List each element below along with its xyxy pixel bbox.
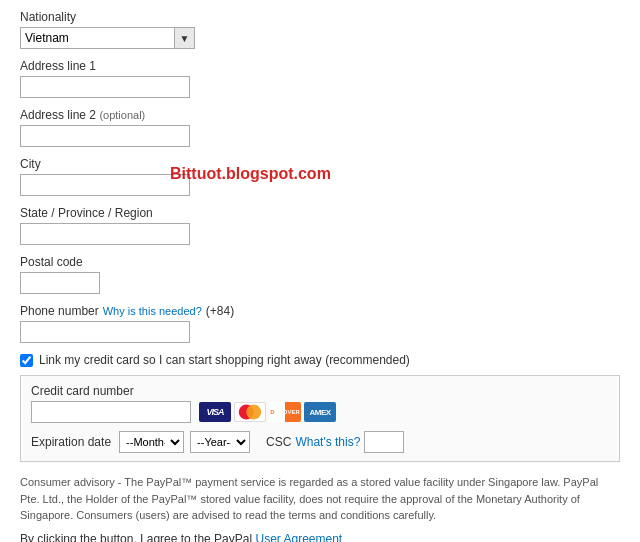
address2-group: Address line 2 (optional) — [20, 108, 620, 147]
address2-input[interactable] — [20, 125, 190, 147]
expiry-month-select[interactable]: --Month-- — [119, 431, 184, 453]
nationality-select-wrap: Vietnam ▼ — [20, 27, 620, 49]
card-icons: VISA D SCOVER AMEX — [199, 402, 336, 422]
address1-input[interactable] — [20, 76, 190, 98]
postal-group: Postal code — [20, 255, 620, 294]
address2-optional: (optional) — [99, 109, 145, 121]
csc-label: CSC — [266, 435, 291, 449]
visa-icon: VISA — [199, 402, 231, 422]
phone-label-row: Phone number Why is this needed? (+84) — [20, 304, 620, 318]
csc-whats-link[interactable]: What's this? — [295, 435, 360, 449]
phone-why-link[interactable]: Why is this needed? — [103, 305, 202, 317]
phone-country-code: (+84) — [206, 304, 234, 318]
state-label: State / Province / Region — [20, 206, 620, 220]
nationality-dropdown-arrow[interactable]: ▼ — [175, 27, 195, 49]
state-group: State / Province / Region — [20, 206, 620, 245]
cc-number-label: Credit card number — [31, 384, 609, 398]
expiry-year-select[interactable]: --Year-- — [190, 431, 250, 453]
cc-number-input[interactable] — [31, 401, 191, 423]
address2-label: Address line 2 (optional) — [20, 108, 620, 122]
user-agreement-link[interactable]: User Agreement — [255, 532, 342, 543]
state-input[interactable] — [20, 223, 190, 245]
city-input[interactable] — [20, 174, 190, 196]
cc-number-row: VISA D SCOVER AMEX — [31, 401, 609, 423]
city-group: City — [20, 157, 620, 196]
nationality-select[interactable]: Vietnam — [20, 27, 175, 49]
discover-icon: D SCOVER — [269, 402, 301, 422]
address1-label: Address line 1 — [20, 59, 620, 73]
nationality-group: Nationality Vietnam ▼ — [20, 10, 620, 49]
city-label: City — [20, 157, 620, 171]
amex-icon: AMEX — [304, 402, 336, 422]
cc-number-group: Credit card number VISA D — [31, 384, 609, 423]
credit-card-section: Credit card number VISA D — [20, 375, 620, 462]
svg-point-1 — [246, 405, 261, 420]
link-cc-label: Link my credit card so I can start shopp… — [39, 353, 410, 367]
phone-input[interactable] — [20, 321, 190, 343]
advisory-text: Consumer advisory - The PayPal™ payment … — [20, 474, 600, 524]
postal-input[interactable] — [20, 272, 100, 294]
postal-label: Postal code — [20, 255, 620, 269]
csc-input[interactable] — [364, 431, 404, 453]
mastercard-icon — [234, 402, 266, 422]
csc-section: CSC What's this? — [266, 431, 404, 453]
nationality-label: Nationality — [20, 10, 620, 24]
link-cc-checkbox[interactable] — [20, 354, 33, 367]
phone-group: Phone number Why is this needed? (+84) — [20, 304, 620, 343]
link-cc-row: Link my credit card so I can start shopp… — [20, 353, 620, 367]
phone-label-text: Phone number — [20, 304, 99, 318]
expiry-csc-row: Expiration date --Month-- --Year-- CSC W… — [31, 431, 609, 453]
agreement-text: By clicking the button, I agree to the P… — [20, 532, 620, 543]
address1-group: Address line 1 — [20, 59, 620, 98]
expiry-label: Expiration date — [31, 435, 111, 449]
